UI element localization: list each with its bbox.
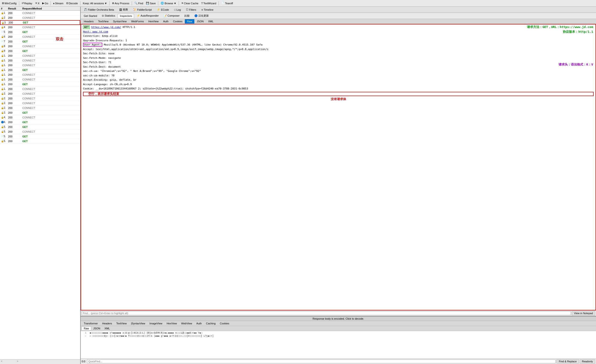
subtab-cookies[interactable]: Cookies (171, 19, 185, 23)
session-row[interactable]: 🔒5. 200 GET (0, 125, 80, 129)
tab-get-started[interactable]: Get Started (82, 14, 99, 18)
sessions-list[interactable]: 🔒1 200 CONNECT 🔒2 200 CONNECT 🔒3 200 GET… (0, 11, 80, 359)
tab-fiddlerscript[interactable]: 📜 FiddlerScript (131, 7, 154, 12)
localization-label: 汉化更新 (198, 14, 209, 17)
session-row[interactable]: 🔒1 200 CONNECT (0, 11, 80, 15)
col-method-header: RequestMethod (22, 7, 79, 10)
session-row[interactable]: 🔒1. 200 GET (0, 68, 80, 72)
col-num-header: # (1, 7, 8, 10)
keep-label: Keep: All sessions (83, 2, 104, 5)
session-row[interactable]: 🔒2. 200 CONNECT (0, 91, 80, 96)
session-row[interactable]: 🔒6 200 CONNECT (0, 34, 80, 39)
tab-inspectors[interactable]: Inspectors (118, 14, 134, 18)
session-row[interactable]: 🔒4. 200 CONNECT (0, 115, 80, 120)
response-subtabs-row2: Raw JSON XML (81, 326, 596, 331)
session-row[interactable]: 🔒2. 200 GET (0, 110, 80, 115)
subtab-syntaxview[interactable]: SyntaxView (111, 19, 129, 23)
browse-icon: 🌐 (161, 2, 164, 5)
header-cookie: Cookie: __du=161896710613344168967 2; o2… (83, 87, 594, 91)
subtab-auth[interactable]: Auth (161, 19, 171, 23)
resp-tab-caching[interactable]: Caching (204, 321, 217, 326)
winconfig-button[interactable]: ⊞ WinConfig (1, 1, 18, 5)
session-row[interactable]: 🔒2. 200 CONNECT (0, 96, 80, 101)
tab-localization[interactable]: 🔵 汉化更新 (192, 13, 211, 18)
session-row[interactable]: 🔒1. 200 CONNECT (0, 53, 80, 58)
save-button[interactable]: 💾 Save (145, 1, 156, 5)
tab-composer[interactable]: 📝 Composer (161, 14, 182, 18)
resp-tab-auth[interactable]: Auth (194, 321, 204, 326)
resp-tab-headers[interactable]: Headers (100, 321, 114, 326)
session-row[interactable]: 🔒1. 200 CONNECT (0, 87, 80, 91)
resp-tab-json[interactable]: JSON (91, 326, 102, 331)
host-link[interactable]: Host: www.jd.com (83, 30, 108, 33)
session-row[interactable]: 📄7 200 GET (0, 39, 80, 44)
subtab-raw[interactable]: Raw (185, 19, 194, 23)
find-replace-button[interactable]: Find & Replace (557, 359, 579, 364)
textwizard-button[interactable]: T TextWizard (200, 2, 217, 5)
stream-button[interactable]: ♦ Stream (52, 2, 64, 5)
subtab-xml[interactable]: XML (206, 19, 216, 23)
resp-tab-raw[interactable]: Raw (82, 326, 91, 331)
tab-gallery[interactable]: 🖼 画廊 (117, 7, 130, 12)
session-row[interactable]: 🔒1. 200 CONNECT (0, 77, 80, 82)
tab-ecode[interactable]: ⚡ ECode (155, 7, 171, 12)
decode-button[interactable]: ⊟ Decode (65, 1, 79, 5)
view-notepad-button[interactable]: View in Notepad (572, 311, 595, 315)
tab-filters[interactable]: ☐ Filters (184, 7, 198, 12)
subtab-hexview[interactable]: HexView (146, 19, 161, 23)
tab-fiddler-orchestra[interactable]: 🎵 Fiddler Orchestra Beta (82, 7, 116, 12)
tab-timeline[interactable]: ≡ Timeline (199, 7, 216, 12)
session-row[interactable]: 🔒8 200 CONNECT (0, 44, 80, 49)
filters-label: Filters (189, 8, 196, 11)
header-sec-fetch-dest: Sec-Fetch-Dest: document (83, 65, 594, 69)
subtab-json[interactable]: JSON (194, 19, 206, 23)
find-button[interactable]: 🔍 Find (133, 1, 144, 5)
replay-button[interactable]: ↺ Replay (21, 1, 33, 5)
session-row-selected[interactable]: 🔒3 200 GET (0, 20, 80, 25)
resp-tab-hexview[interactable]: HexView (164, 321, 179, 326)
separator (179, 1, 179, 6)
response-encoded-bar[interactable]: Response body is encoded. Click to decod… (81, 317, 596, 321)
quickfind-input[interactable] (87, 359, 556, 363)
session-row[interactable]: 🔒1. 200 CONNECT (0, 72, 80, 77)
request-url[interactable]: https://www.jd.com/ (91, 26, 121, 29)
header-connection: Connection: keep-alive (83, 34, 594, 38)
session-row[interactable]: 📄5. 200 GET (0, 134, 80, 139)
subtab-textview[interactable]: TextView (96, 19, 111, 23)
tearoff-button[interactable]: 📄 Tearoff (220, 1, 234, 5)
resp-tab-cookies[interactable]: Cookies (218, 321, 231, 326)
session-result: 200 (8, 16, 22, 19)
tab-log[interactable]: □ Log (172, 7, 183, 12)
session-row[interactable]: 🔒4 200 CONNECT (0, 25, 80, 30)
subtab-webforms[interactable]: WebForms (129, 19, 146, 23)
session-row[interactable]: 🔒1. 200 CONNECT (0, 63, 80, 68)
any-process-button[interactable]: ⊕ Any Process (111, 1, 130, 5)
session-row[interactable]: 📄5 200 GET (0, 30, 80, 34)
resp-tab-imageview[interactable]: ImageView (147, 321, 164, 326)
session-row[interactable]: 🔒2. 200 CONNECT (0, 106, 80, 110)
session-row[interactable]: 🔒2 200 CONNECT (0, 15, 80, 20)
resp-tab-transformer[interactable]: Transformer (82, 321, 100, 326)
session-row[interactable]: 🔒1. 200 GET (0, 82, 80, 87)
subtab-headers[interactable]: Headers (82, 19, 96, 23)
session-row[interactable]: 🔒5. 200 CONNECT (0, 129, 80, 134)
session-row[interactable]: 🔒5. 200 GET (0, 139, 80, 144)
tab-autoresponder[interactable]: ⚡ AutoResponder (134, 14, 161, 18)
browse-button[interactable]: 🌐 Browse ▼ (160, 1, 177, 5)
session-row[interactable]: 🔒2. 200 CONNECT (0, 101, 80, 106)
go-button[interactable]: ▶ Go (41, 1, 49, 5)
resp-tab-textview[interactable]: TextView (114, 321, 129, 326)
tab-statistics[interactable]: ⊙ Statistics (100, 14, 117, 18)
session-row[interactable]: 🔒9 200 GET (0, 49, 80, 53)
session-row[interactable]: 🔵4. 200 GET (0, 120, 80, 125)
find-input[interactable] (82, 311, 571, 315)
x-button[interactable]: ✕ X (34, 1, 40, 5)
session-row[interactable]: 🔒1. 200 CONNECT (0, 58, 80, 63)
clear-cache-button[interactable]: ✕ Clear Cache (180, 1, 199, 5)
resp-tab-syntaxview[interactable]: |SyntaxView (129, 321, 147, 326)
resp-tab-xml[interactable]: XML (102, 326, 112, 331)
resp-tab-webview[interactable]: WebView (179, 321, 194, 326)
http-protocol: HTTP/1.1 (123, 26, 135, 29)
keep-sessions-button[interactable]: Keep: All sessions ▼ (82, 2, 108, 5)
tab-compare[interactable]: 比较 (182, 13, 192, 18)
